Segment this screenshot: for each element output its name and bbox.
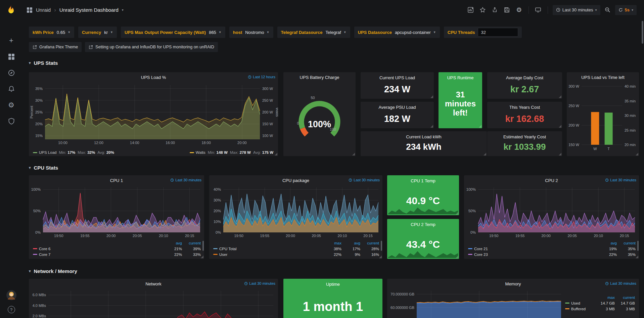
legend-item[interactable]: UPS LoadMin:17%Max:32%Avg:20% [33, 150, 114, 154]
add-panel-button[interactable] [466, 5, 475, 15]
legend-item[interactable]: CPU Total38%17%28% [213, 246, 379, 252]
variable-currency[interactable]: Currency kr▼ [78, 27, 117, 38]
dashboard-title[interactable]: Unraid System Dashboard [59, 7, 119, 13]
panel-title[interactable]: Memory [505, 281, 521, 286]
panel-time-range[interactable]: Last 30 minutes [605, 281, 636, 285]
panel-title[interactable]: Estimated Yearly Cost [487, 134, 562, 139]
variable-value[interactable]: Nostromo▼ [245, 30, 269, 35]
breadcrumb-org[interactable]: Unraid [36, 7, 51, 13]
panel-title[interactable]: CPU 1 Temp [387, 178, 459, 183]
legend-item[interactable]: Core 722%33% [33, 252, 201, 257]
cycle-view-monitor-icon[interactable] [534, 5, 543, 15]
chevron-down-icon: ▾ [632, 8, 633, 12]
grafana-logo[interactable] [5, 3, 17, 16]
panel-title[interactable]: UPS Load vs Time left [581, 75, 625, 80]
star-button[interactable] [478, 5, 488, 15]
panel-title[interactable]: Network [145, 281, 162, 286]
svg-text:4.0 MBs: 4.0 MBs [33, 304, 46, 308]
alerting-bell-icon[interactable] [7, 85, 16, 93]
panel-title[interactable]: UPS Load % [141, 75, 166, 80]
panel-title[interactable]: CPU 2 Temp [387, 222, 459, 227]
clock-icon [349, 178, 352, 182]
chevron-down-icon: ▾ [595, 8, 597, 12]
page-scrollbar[interactable] [642, 21, 643, 44]
legend-item[interactable]: Core 2119%35% [468, 246, 636, 252]
ups-load-vs-time-chart[interactable]: 150 W200 W250 W300 W20 min25 min30 min35… [567, 82, 639, 153]
configuration-gear-icon[interactable]: ⚙ [7, 101, 16, 109]
variable-kwh-price[interactable]: kWh Price 0.65▼ [29, 27, 74, 38]
settings-gear-icon[interactable]: ⚙ [514, 5, 524, 15]
panel-time-range[interactable]: Last 30 minutes [244, 281, 275, 285]
panel-title[interactable]: Average PSU Load [361, 105, 434, 110]
section-ups-stats[interactable]: ▾ UPS Stats [29, 60, 58, 66]
panel-title[interactable]: This Years Cost [487, 105, 562, 110]
variable-value[interactable]: 0.65▼ [57, 30, 71, 35]
svg-text:19:55: 19:55 [260, 234, 270, 238]
network-chart[interactable]: 19:5019:5520:0020:0520:1020:152.0 MBs4.0… [29, 289, 278, 318]
chart-legend: UPS LoadMin:17%Max:32%Avg:20%WattsMin:14… [33, 150, 273, 154]
cpu1-chart[interactable]: 19:5019:5520:0020:0520:1020:150%50%100% [29, 185, 204, 239]
panel-time-range[interactable]: Last 30 minutes [605, 178, 636, 182]
cpu-threads-input[interactable] [478, 28, 518, 37]
legend-scrollbar[interactable] [381, 241, 382, 251]
chevron-down-icon[interactable]: ▾ [122, 8, 124, 12]
legend-item[interactable]: Buffered3 MB3 MB [565, 306, 635, 312]
svg-text:20:15: 20:15 [363, 234, 373, 238]
time-range-picker[interactable]: Last 30 minutes ▾ [553, 5, 600, 15]
panel-title[interactable]: CPU 2 [545, 178, 558, 183]
explore-compass-icon[interactable] [7, 69, 16, 77]
variable-host[interactable]: host Nostromo▼ [229, 27, 273, 38]
variable-cpu-threads[interactable]: CPU Threads [444, 27, 522, 38]
panel-time-range[interactable]: Last 12 hours [248, 75, 275, 79]
variable-ups-datasource[interactable]: UPS Datasource apcupsd-container▼ [354, 27, 440, 38]
battery-gauge[interactable]: 050100100% [283, 82, 356, 153]
panel-title[interactable]: CPU package [282, 178, 309, 183]
legend-item[interactable]: Core 2322%35% [468, 252, 636, 257]
zoom-out-icon[interactable] [603, 5, 612, 15]
legend-item[interactable]: Used14.7 GB14.7 GB [565, 300, 635, 306]
panel-title[interactable]: Uptime [283, 282, 382, 287]
sidebar-bottom: ? [0, 290, 22, 313]
variable-value[interactable]: apcupsd-container▼ [395, 30, 436, 35]
panel-title[interactable]: UPS Battery Charge [300, 75, 339, 80]
panel-time-range[interactable]: Last 30 minutes [349, 178, 380, 182]
memory-chart[interactable]: 19:5020:0020:1050.000000 GB60.000000 GB7… [387, 289, 564, 318]
user-avatar[interactable] [6, 290, 17, 301]
legend-scrollbar[interactable] [637, 241, 639, 251]
refresh-picker[interactable]: 5s ▾ [615, 5, 637, 15]
help-icon[interactable]: ? [8, 306, 15, 313]
dashboards-icon[interactable] [7, 52, 16, 61]
panel-title[interactable]: Current Load kWh [361, 134, 487, 139]
variable-value[interactable]: 865▼ [209, 30, 222, 35]
section-network-memory[interactable]: ▾ Network / Memory [29, 268, 77, 274]
panel-title[interactable]: UPS Runtime [439, 75, 482, 80]
dashboard-picker-grid-icon[interactable] [27, 7, 33, 13]
panel-time-range[interactable]: Last 30 minutes [170, 178, 201, 182]
variable-value[interactable]: kr▼ [104, 30, 113, 35]
link-ups-monitoring-guide[interactable]: Setting up Grafana and InfluxDB for UPS … [85, 42, 218, 52]
variable-ups-max-output[interactable]: UPS Max Output Power Capacity (Watt) 865… [121, 27, 225, 38]
cpu2-chart[interactable]: 19:5019:5520:0020:0520:1020:150%50%100% [464, 185, 639, 239]
server-admin-shield-icon[interactable] [7, 117, 16, 126]
panel-title[interactable]: CPU 1 [110, 178, 123, 183]
variable-telegraf-datasource[interactable]: Telegraf Datasource Telegraf▼ [277, 27, 350, 38]
legend-item[interactable]: Core 621%39% [33, 246, 201, 252]
create-plus-icon[interactable]: + [7, 36, 16, 45]
legend-item[interactable]: User22%9%16% [213, 252, 379, 257]
panel-title[interactable]: Current UPS Load [361, 75, 434, 80]
legend-item[interactable]: WattsMin:148 WMax:278 WAvg:175 W [190, 150, 273, 154]
ups-load-chart[interactable]: 10:0012:0014:0016:0018:0020:0015%20%25%3… [29, 82, 278, 147]
link-grafana-plex-theme[interactable]: Grafana Plex Theme [29, 42, 82, 52]
panel-title[interactable]: Average Daily Cost [487, 75, 562, 80]
save-button[interactable] [502, 5, 512, 15]
section-cpu-stats[interactable]: ▾ CPU Stats [29, 165, 58, 171]
legend-scrollbar[interactable] [202, 241, 204, 251]
svg-text:20 min: 20 min [625, 143, 636, 147]
chart-legend: maxavgcurrentCPU Total38%17%28%User22%9%… [213, 240, 379, 257]
top-navbar: Unraid › Unraid System Dashboard ▾ ⚙ Las… [22, 0, 644, 20]
share-button[interactable] [490, 5, 500, 15]
cpu-package-chart[interactable]: 19:5019:5520:0020:0520:1020:150%10%20%30… [209, 185, 382, 239]
legend-header: avgcurrent [33, 240, 201, 246]
variable-value[interactable]: Telegraf▼ [326, 30, 347, 35]
svg-text:18:00: 18:00 [201, 141, 211, 145]
